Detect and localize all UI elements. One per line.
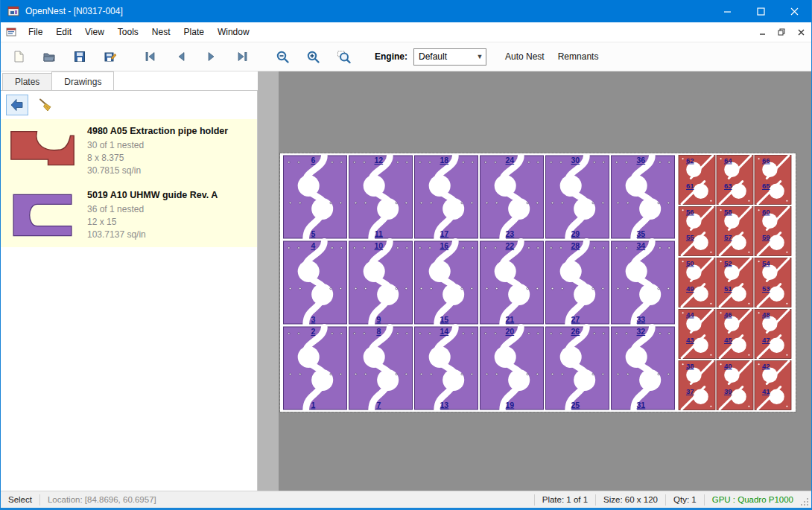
nest-cell-purple[interactable]: 3635: [612, 156, 675, 239]
svg-text:27: 27: [571, 315, 580, 324]
drawing-nested: 36 of 1 nested: [87, 203, 218, 216]
nest-cell-red[interactable]: 5655: [679, 207, 715, 256]
svg-text:29: 29: [571, 229, 580, 238]
nest-canvas[interactable]: 6512111817242330293635431091615222128273…: [258, 71, 811, 491]
document-icon[interactable]: [5, 26, 17, 38]
engine-select[interactable]: Default ▼: [413, 48, 486, 66]
close-button[interactable]: [778, 0, 811, 22]
drawing-item-extraction-pipe-holder[interactable]: 4980 A05 Extraction pipe holder 30 of 1 …: [1, 119, 257, 183]
zoom-in-button[interactable]: [304, 48, 322, 66]
svg-text:12: 12: [375, 156, 384, 165]
save-as-button[interactable]: [101, 48, 119, 66]
tab-drawings[interactable]: Drawings: [51, 71, 114, 90]
svg-text:45: 45: [724, 336, 732, 344]
menu-nest[interactable]: Nest: [145, 24, 177, 40]
svg-text:48: 48: [762, 310, 770, 319]
nest-cell-red[interactable]: 4645: [717, 310, 753, 359]
nest-cell-purple[interactable]: 1615: [415, 241, 478, 325]
menu-tools[interactable]: Tools: [111, 24, 145, 40]
maximize-button[interactable]: [744, 0, 778, 22]
nest-cell-purple[interactable]: 1817: [415, 156, 478, 239]
svg-text:37: 37: [686, 387, 694, 395]
svg-text:62: 62: [686, 156, 694, 165]
broom-icon: [38, 98, 53, 112]
nest-cell-red[interactable]: 6261: [679, 156, 715, 205]
menu-plate[interactable]: Plate: [177, 24, 211, 40]
nav-prev-button[interactable]: [172, 48, 190, 66]
nav-first-button[interactable]: [142, 48, 159, 66]
svg-text:15: 15: [440, 315, 449, 324]
nest-cell-red[interactable]: 5857: [717, 207, 753, 256]
nest-cell-red[interactable]: 5251: [717, 258, 753, 307]
save-button[interactable]: [71, 48, 89, 66]
nest-cell-red[interactable]: 3837: [679, 361, 715, 410]
save-icon: [73, 50, 86, 63]
nest-cell-purple[interactable]: 109: [349, 241, 413, 325]
nest-cell-purple[interactable]: 65: [284, 156, 347, 239]
remnants-button[interactable]: Remnants: [551, 48, 606, 66]
svg-text:55: 55: [686, 233, 694, 241]
svg-text:60: 60: [762, 208, 770, 216]
menu-view[interactable]: View: [78, 24, 111, 40]
nest-cell-red[interactable]: 4443: [679, 310, 715, 359]
zoom-in-icon: [306, 50, 320, 64]
chevron-down-icon: ▼: [474, 53, 486, 60]
new-file-button[interactable]: [10, 48, 28, 66]
minimize-button[interactable]: [711, 0, 744, 22]
nest-cell-purple[interactable]: 21: [284, 327, 347, 410]
status-qty: Qty: 1: [666, 495, 704, 504]
clear-drawings-button[interactable]: [34, 95, 57, 115]
nest-cell-purple[interactable]: 2221: [480, 241, 544, 325]
svg-text:30: 30: [571, 156, 580, 165]
svg-text:7: 7: [376, 401, 381, 409]
nest-cell-purple[interactable]: 2827: [546, 241, 609, 325]
nest-cell-purple[interactable]: 2625: [546, 327, 609, 410]
zoom-fit-button[interactable]: [334, 48, 352, 66]
drawings-toolbar: [1, 91, 257, 119]
svg-text:3: 3: [311, 315, 315, 324]
svg-text:44: 44: [686, 310, 694, 319]
svg-text:65: 65: [762, 182, 770, 190]
nest-cell-purple[interactable]: 1211: [349, 156, 413, 239]
menu-file[interactable]: File: [22, 24, 49, 40]
open-file-button[interactable]: [40, 48, 58, 66]
nest-cell-purple[interactable]: 2019: [480, 327, 544, 410]
svg-text:54: 54: [762, 259, 770, 267]
nest-cell-red[interactable]: 4039: [717, 361, 753, 410]
nest-cell-purple[interactable]: 43: [284, 241, 347, 325]
nav-last-button[interactable]: [233, 48, 251, 66]
zoom-out-button[interactable]: [273, 48, 291, 66]
mdi-minimize-button[interactable]: [756, 26, 768, 38]
svg-text:52: 52: [724, 259, 732, 267]
nest-cell-purple[interactable]: 3029: [546, 156, 609, 239]
nest-cell-purple[interactable]: 2423: [480, 156, 544, 239]
mdi-restore-button[interactable]: [775, 26, 787, 38]
left-panel: Plates Drawings: [1, 71, 258, 491]
tab-plates[interactable]: Plates: [2, 73, 52, 90]
drawing-item-uhmw-guide[interactable]: 5019 A10 UHMW guide Rev. A 36 of 1 neste…: [1, 183, 257, 247]
nest-cell-red[interactable]: 4847: [755, 310, 791, 359]
svg-text:36: 36: [637, 156, 646, 165]
nest-cell-red[interactable]: 4241: [755, 361, 791, 410]
nest-plate[interactable]: 6512111817242330293635431091615222128273…: [280, 153, 796, 412]
svg-text:40: 40: [724, 362, 732, 370]
nest-cell-purple[interactable]: 3433: [612, 241, 675, 325]
svg-text:28: 28: [571, 241, 580, 250]
resize-grip-icon[interactable]: [801, 494, 810, 506]
send-to-nest-button[interactable]: [6, 95, 28, 115]
nest-cell-purple[interactable]: 87: [349, 327, 413, 410]
mdi-close-button[interactable]: [795, 26, 807, 38]
nav-next-button[interactable]: [203, 48, 221, 66]
menu-edit[interactable]: Edit: [49, 24, 78, 40]
menu-window[interactable]: Window: [211, 24, 256, 40]
nest-cell-purple[interactable]: 3231: [612, 327, 675, 410]
nest-cell-red[interactable]: 5453: [755, 258, 791, 307]
nest-cell-red[interactable]: 5049: [679, 258, 715, 307]
svg-text:56: 56: [686, 208, 694, 216]
plate-svg: 6512111817242330293635431091615222128273…: [281, 154, 795, 411]
auto-nest-button[interactable]: Auto Nest: [498, 48, 551, 66]
nest-cell-purple[interactable]: 1413: [415, 327, 478, 410]
nest-cell-red[interactable]: 6665: [755, 156, 791, 205]
nest-cell-red[interactable]: 6059: [755, 207, 791, 256]
nest-cell-red[interactable]: 6463: [717, 156, 753, 205]
